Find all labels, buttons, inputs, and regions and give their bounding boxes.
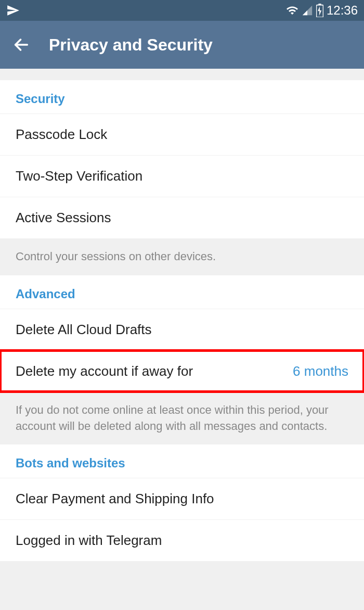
section-title-advanced: Advanced	[0, 275, 364, 309]
section-footer-security: Control your sessions on other devices.	[0, 238, 364, 275]
section-bots: Bots and websites Clear Payment and Ship…	[0, 444, 364, 561]
section-security: Security Passcode Lock Two-Step Verifica…	[0, 80, 364, 238]
status-bar: 12:36	[0, 0, 364, 21]
logged-in-telegram-row[interactable]: Logged in with Telegram	[0, 519, 364, 561]
row-label: Active Sessions	[16, 210, 111, 226]
page-title: Privacy and Security	[49, 35, 213, 55]
clear-payment-row[interactable]: Clear Payment and Shipping Info	[0, 478, 364, 519]
delete-account-value: 6 months	[293, 363, 348, 379]
row-label: Two-Step Verification	[16, 168, 142, 184]
wifi-icon	[286, 4, 298, 17]
battery-charging-icon	[316, 4, 323, 17]
section-title-bots: Bots and websites	[0, 444, 364, 478]
app-header: Privacy and Security	[0, 21, 364, 69]
delete-drafts-row[interactable]: Delete All Cloud Drafts	[0, 309, 364, 350]
row-label: Delete my account if away for	[16, 363, 193, 379]
svg-rect-1	[318, 4, 321, 5]
row-label: Delete All Cloud Drafts	[16, 322, 152, 338]
signal-icon	[302, 5, 313, 16]
active-sessions-row[interactable]: Active Sessions	[0, 197, 364, 238]
back-button[interactable]	[12, 36, 30, 54]
section-advanced: Advanced Delete All Cloud Drafts Delete …	[0, 275, 364, 392]
row-label: Clear Payment and Shipping Info	[16, 491, 214, 507]
telegram-icon	[6, 4, 20, 17]
row-label: Passcode Lock	[16, 126, 107, 143]
two-step-verification-row[interactable]: Two-Step Verification	[0, 155, 364, 197]
section-footer-advanced: If you do not come online at least once …	[0, 392, 364, 445]
delete-account-row[interactable]: Delete my account if away for 6 months	[0, 350, 364, 392]
passcode-lock-row[interactable]: Passcode Lock	[0, 113, 364, 155]
status-time: 12:36	[327, 3, 358, 18]
section-title-security: Security	[0, 80, 364, 113]
row-label: Logged in with Telegram	[16, 532, 162, 549]
